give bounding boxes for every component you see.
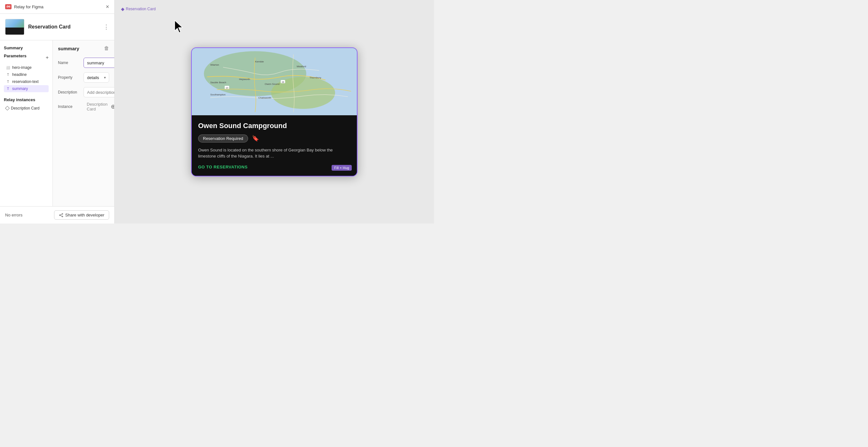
- map-svg: Wiarton Kemble Meaford Sauble Beach Hepw…: [192, 48, 357, 115]
- svg-text:Sauble Beach: Sauble Beach: [210, 81, 226, 84]
- param-item-headline[interactable]: T headline: [4, 71, 49, 78]
- add-parameter-button[interactable]: +: [46, 55, 49, 60]
- detail-panel: summary 🗑 Name Property details title de…: [53, 40, 114, 206]
- instance-label: Instance: [58, 105, 84, 109]
- sidebar-left: Summary Parameters + ⬜ hero-image T head…: [0, 40, 53, 206]
- crosshair-button[interactable]: ⊕: [111, 103, 114, 110]
- svg-text:26: 26: [282, 81, 284, 83]
- crosshair-icon: ⊕: [111, 103, 114, 110]
- relay-instances-title: Relay instances: [4, 97, 49, 102]
- param-label-summary: summary: [12, 86, 28, 91]
- param-item-summary[interactable]: T summary: [4, 85, 49, 92]
- left-panel: Relay for Figma × Reservation Card ⋮ Sum…: [0, 0, 115, 224]
- canvas-component-label: ◆ Reservation Card: [121, 6, 156, 11]
- name-input[interactable]: [84, 58, 114, 68]
- param-label-hero-image: hero-image: [12, 65, 32, 70]
- share-icon: [59, 213, 63, 217]
- svg-text:Owen Sound: Owen Sound: [265, 83, 279, 86]
- image-icon: ⬜: [6, 65, 10, 70]
- brand-label: Relay for Figma: [14, 4, 43, 9]
- trash-icon: 🗑: [104, 46, 109, 51]
- purple-diamond-icon: ◆: [121, 6, 124, 11]
- param-item-reservation-text[interactable]: T reservation-text: [4, 78, 49, 85]
- detail-header: summary 🗑: [58, 46, 109, 51]
- selection-handle-tl: [192, 48, 193, 49]
- canvas-area: ◆ Reservation Card Wiarton Kemble: [115, 0, 434, 224]
- description-input[interactable]: [84, 87, 114, 97]
- svg-text:Chatsworth: Chatsworth: [258, 96, 271, 99]
- component-thumbnail: [5, 19, 24, 35]
- fill-hug-badge: Fill × Hug: [332, 165, 352, 171]
- parameters-title: Parameters: [4, 54, 27, 58]
- panel-body: Summary Parameters + ⬜ hero-image T head…: [0, 40, 114, 206]
- detail-title: summary: [58, 46, 80, 51]
- svg-line-4: [60, 215, 62, 216]
- parameters-section-header: Parameters +: [4, 54, 49, 61]
- svg-text:Southampton: Southampton: [210, 93, 226, 96]
- card-map-area: Wiarton Kemble Meaford Sauble Beach Hepw…: [192, 48, 357, 115]
- parameters-list: ⬜ hero-image T headline T reservation-te…: [4, 64, 49, 92]
- card-description: Owen Sound is located on the southern sh…: [198, 147, 350, 159]
- param-label-reservation-text: reservation-text: [12, 80, 39, 84]
- canvas-label-text: Reservation Card: [126, 7, 156, 11]
- card-title: Owen Sound Campground: [198, 122, 350, 130]
- selection-handle-tr: [355, 48, 357, 49]
- svg-point-0: [62, 213, 63, 214]
- brand-area: Relay for Figma: [5, 4, 43, 9]
- property-row: Property details title description label…: [58, 72, 109, 83]
- relay-item-label: Description Card: [11, 106, 39, 111]
- selection-handle-br: [355, 175, 358, 176]
- svg-text:Meaford: Meaford: [297, 65, 306, 68]
- svg-text:Thornbury: Thornbury: [310, 76, 321, 79]
- text-icon-headline: T: [6, 72, 10, 77]
- description-row: Description: [58, 87, 109, 97]
- diamond-icon: [5, 106, 9, 111]
- name-label: Name: [58, 61, 84, 65]
- card-badges: Reservation Required 🔖: [198, 135, 350, 143]
- description-label: Description: [58, 90, 84, 94]
- svg-point-1: [59, 214, 60, 215]
- svg-text:Hepworth: Hepworth: [239, 78, 250, 81]
- component-header: Reservation Card ⋮: [0, 14, 114, 40]
- text-icon-reservation: T: [6, 80, 10, 84]
- more-options-button[interactable]: ⋮: [103, 23, 109, 30]
- trash-button[interactable]: 🗑: [104, 46, 109, 51]
- relay-item-description-card[interactable]: Description Card: [4, 105, 49, 112]
- more-icon: ⋮: [103, 24, 109, 30]
- reservation-card: Wiarton Kemble Meaford Sauble Beach Hepw…: [191, 48, 358, 176]
- brand-icon: [5, 4, 11, 9]
- svg-text:Kemble: Kemble: [255, 60, 264, 63]
- cursor-overlay: [172, 19, 185, 36]
- card-cta: GO TO RESERVATIONS: [198, 165, 350, 169]
- name-row: Name: [58, 58, 109, 68]
- text-icon-summary: T: [6, 86, 10, 91]
- instance-row: Instance Description Card ⊕: [58, 102, 109, 112]
- param-label-headline: headline: [12, 72, 27, 77]
- svg-text:Wiarton: Wiarton: [210, 63, 219, 66]
- property-label: Property: [58, 75, 84, 80]
- instance-value: Description Card: [84, 102, 111, 112]
- close-icon: ×: [105, 3, 109, 10]
- svg-text:10: 10: [226, 87, 228, 89]
- no-errors-label: No errors: [5, 213, 22, 217]
- svg-point-2: [62, 216, 63, 217]
- selection-handle-bl: [191, 175, 193, 176]
- add-icon: +: [46, 55, 49, 60]
- share-label: Share with developer: [65, 213, 104, 217]
- bookmark-icon: 🔖: [252, 135, 259, 142]
- cursor-svg: [172, 19, 185, 35]
- svg-line-3: [60, 214, 62, 215]
- reservation-required-badge: Reservation Required: [198, 135, 248, 143]
- summary-section-title: Summary: [4, 46, 49, 50]
- bottom-bar: No errors Share with developer: [0, 206, 114, 224]
- component-title: Reservation Card: [28, 24, 99, 30]
- property-select[interactable]: details title description label: [84, 72, 109, 83]
- param-item-hero-image[interactable]: ⬜ hero-image: [4, 64, 49, 71]
- property-select-wrapper: details title description label ▾: [84, 72, 109, 83]
- panel-header: Relay for Figma ×: [0, 0, 114, 14]
- close-button[interactable]: ×: [105, 4, 109, 9]
- share-with-developer-button[interactable]: Share with developer: [54, 210, 109, 220]
